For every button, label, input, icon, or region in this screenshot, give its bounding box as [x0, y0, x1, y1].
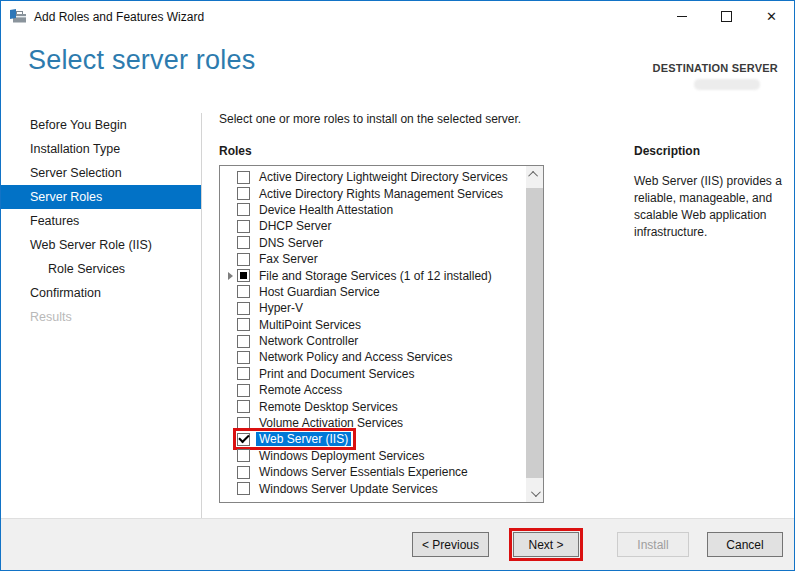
previous-button[interactable]: < Previous: [412, 532, 489, 557]
role-checkbox[interactable]: [237, 482, 250, 495]
role-label: Volume Activation Services: [256, 416, 406, 430]
role-checkbox[interactable]: [237, 220, 250, 233]
role-label: Active Directory Lightweight Directory S…: [256, 170, 511, 184]
caption-buttons: ✕: [659, 1, 794, 32]
role-checkbox[interactable]: [237, 187, 250, 200]
role-label: Hyper-V: [256, 301, 306, 315]
role-label: Print and Document Services: [256, 367, 417, 381]
description-text: Web Server (IIS) provides a reliable, ma…: [634, 173, 786, 241]
role-label: Fax Server: [256, 252, 321, 266]
role-checkbox[interactable]: [237, 335, 250, 348]
sidebar-item-label: Web Server Role (IIS): [30, 238, 152, 252]
button-label: Next >: [528, 538, 563, 552]
role-row[interactable]: DHCP Server: [220, 218, 543, 234]
role-checkbox[interactable]: [237, 203, 250, 216]
sidebar-item-label: Server Selection: [30, 166, 122, 180]
role-row[interactable]: Remote Desktop Services: [220, 398, 543, 414]
sidebar-item-label: Role Services: [48, 262, 125, 276]
role-label: Network Policy and Access Services: [256, 350, 455, 364]
role-checkbox[interactable]: [237, 449, 250, 462]
scroll-down-button[interactable]: [526, 485, 543, 502]
role-annotation-box: Active Directory Rights Management Servi…: [236, 186, 508, 202]
role-row[interactable]: Volume Activation Services: [220, 415, 543, 431]
role-row[interactable]: Active Directory Rights Management Servi…: [220, 185, 543, 201]
roles-column: Roles Active Directory Lightweight Direc…: [219, 126, 544, 503]
role-row[interactable]: Network Policy and Access Services: [220, 349, 543, 365]
close-button[interactable]: ✕: [749, 1, 794, 32]
role-checkbox[interactable]: [237, 318, 250, 331]
sidebar-item-features[interactable]: Features: [1, 209, 201, 233]
role-annotation-box: Fax Server: [236, 251, 323, 267]
button-label: Cancel: [726, 538, 763, 552]
sidebar-item-server-selection[interactable]: Server Selection: [1, 161, 201, 185]
scroll-up-button[interactable]: [526, 166, 543, 183]
role-checkbox[interactable]: [237, 384, 250, 397]
role-row[interactable]: Active Directory Lightweight Directory S…: [220, 169, 543, 185]
sidebar-item-server-roles[interactable]: Server Roles: [1, 185, 201, 209]
role-row[interactable]: Remote Access: [220, 382, 543, 398]
sidebar-item-results: Results: [1, 305, 201, 329]
role-checkbox[interactable]: [237, 269, 250, 282]
role-row-web-server-iis[interactable]: Web Server (IIS): [220, 431, 543, 447]
sidebar-divider: [201, 113, 202, 520]
sidebar-item-role-services[interactable]: Role Services: [1, 257, 201, 281]
sidebar-item-confirmation[interactable]: Confirmation: [1, 281, 201, 305]
role-checkbox[interactable]: [237, 236, 250, 249]
role-checkbox[interactable]: [237, 367, 250, 380]
role-row[interactable]: Network Controller: [220, 333, 543, 349]
chevron-down-icon: [531, 487, 541, 497]
role-row[interactable]: Windows Server Essentials Experience: [220, 464, 543, 480]
sidebar-item-label: Server Roles: [30, 190, 102, 204]
cancel-button[interactable]: Cancel: [707, 532, 783, 557]
role-annotation-box: Hyper-V: [236, 300, 308, 316]
minimize-button[interactable]: [659, 1, 704, 32]
scrollbar-thumb[interactable]: [526, 188, 543, 478]
role-annotation-box: MultiPoint Services: [236, 317, 366, 333]
sidebar-item-installation-type[interactable]: Installation Type: [1, 137, 201, 161]
button-label: < Previous: [422, 538, 479, 552]
role-label: Host Guardian Service: [256, 285, 383, 299]
role-row-file-and-storage-services[interactable]: File and Storage Services (1 of 12 insta…: [220, 267, 543, 283]
role-checkbox[interactable]: [237, 433, 250, 446]
role-row[interactable]: Print and Document Services: [220, 366, 543, 382]
role-annotation-box: Remote Desktop Services: [236, 399, 403, 415]
role-row[interactable]: Windows Deployment Services: [220, 448, 543, 464]
sidebar-item-web-server-role-iis[interactable]: Web Server Role (IIS): [1, 233, 201, 257]
role-row[interactable]: MultiPoint Services: [220, 317, 543, 333]
role-annotation-box: Web Server (IIS): [236, 431, 353, 447]
sidebar-item-label: Before You Begin: [30, 118, 127, 132]
role-row[interactable]: DNS Server: [220, 235, 543, 251]
role-label: Network Controller: [256, 334, 361, 348]
expander-icon[interactable]: [225, 272, 236, 280]
role-row[interactable]: Hyper-V: [220, 300, 543, 316]
role-row[interactable]: Windows Server Update Services: [220, 480, 543, 496]
close-icon: ✕: [766, 10, 777, 23]
role-annotation-box: Windows Server Essentials Experience: [236, 464, 473, 480]
role-annotation-box: Windows Server Update Services: [236, 481, 443, 497]
role-label: Web Server (IIS): [256, 432, 351, 446]
role-checkbox[interactable]: [237, 417, 250, 430]
role-annotation-box: Windows Deployment Services: [236, 448, 429, 464]
role-checkbox[interactable]: [237, 400, 250, 413]
roles-listbox[interactable]: Active Directory Lightweight Directory S…: [219, 165, 544, 503]
maximize-button[interactable]: [704, 1, 749, 32]
role-checkbox[interactable]: [237, 171, 250, 184]
wizard-window: Add Roles and Features Wizard ✕ Select s…: [0, 0, 795, 571]
role-checkbox[interactable]: [237, 302, 250, 315]
role-checkbox[interactable]: [237, 285, 250, 298]
role-label: Active Directory Rights Management Servi…: [256, 187, 506, 201]
role-checkbox[interactable]: [237, 466, 250, 479]
role-label: Device Health Attestation: [256, 203, 396, 217]
role-row[interactable]: Fax Server: [220, 251, 543, 267]
role-checkbox[interactable]: [237, 351, 250, 364]
sidebar-item-label: Confirmation: [30, 286, 101, 300]
role-row[interactable]: Device Health Attestation: [220, 202, 543, 218]
role-checkbox[interactable]: [237, 253, 250, 266]
sidebar-item-label: Results: [30, 310, 72, 324]
next-button[interactable]: Next >: [513, 532, 579, 557]
role-row[interactable]: Host Guardian Service: [220, 284, 543, 300]
role-label: File and Storage Services (1 of 12 insta…: [256, 269, 495, 283]
sidebar-item-before-you-begin[interactable]: Before You Begin: [1, 113, 201, 137]
roles-scrollbar[interactable]: [526, 166, 543, 502]
role-annotation-box: Device Health Attestation: [236, 202, 398, 218]
